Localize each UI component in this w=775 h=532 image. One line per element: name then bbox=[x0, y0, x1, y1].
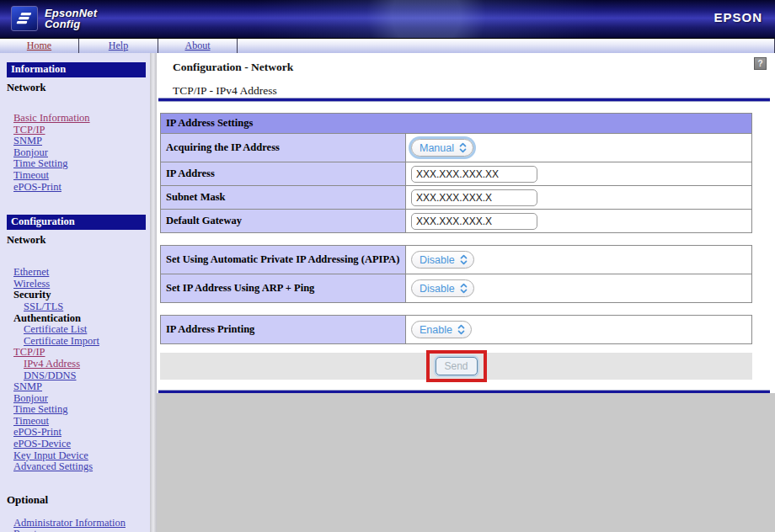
sidebar-item-advanced-settings[interactable]: Advanced Settings bbox=[13, 461, 93, 473]
send-button[interactable]: Send bbox=[436, 357, 478, 375]
row-value-set-ip-address-using-arp-ping: Disable bbox=[406, 274, 752, 303]
row-value-ip-address bbox=[406, 162, 752, 186]
row-value-ip-address-printing: Enable bbox=[406, 316, 752, 344]
form-row-set-ip-address-using-arp-ping: Set IP Address Using ARP + PingDisable bbox=[161, 274, 752, 303]
sidebar-item-administrator-information[interactable]: Administrator Information bbox=[13, 518, 126, 529]
sidebar-item-wireless[interactable]: Wireless bbox=[13, 279, 50, 290]
sidebar-subheader-information: Network bbox=[7, 82, 150, 94]
row-value-set-using-automatic-private-ip-addressin: Disable bbox=[406, 246, 752, 274]
epsonnet-config-page: EpsonNet Config EPSON HomeHelpAbout Info… bbox=[0, 0, 775, 532]
sidebar-item-tcp-ip[interactable]: TCP/IP bbox=[13, 347, 45, 359]
sidebar-item-key-input-device[interactable]: Key Input Device bbox=[13, 450, 88, 462]
group-header-row: IP Address Settings bbox=[161, 114, 752, 134]
form-row-default-gateway: Default Gateway bbox=[161, 210, 752, 233]
sidebar-list-optional: Administrator InformationResetPassword bbox=[0, 518, 150, 532]
sidebar-item-time-setting[interactable]: Time Setting bbox=[13, 158, 67, 170]
sidebar-item-epos-device[interactable]: ePOS-Device bbox=[13, 439, 71, 450]
sidebar-item-epos-print[interactable]: ePOS-Print bbox=[13, 182, 61, 194]
three-bars-icon bbox=[16, 11, 33, 26]
select-value-set-using-automatic-private-ip-addressin: Disable bbox=[420, 254, 455, 266]
tab-bar-filler bbox=[238, 39, 775, 53]
sidebar-item-basic-information[interactable]: Basic Information bbox=[13, 113, 90, 125]
tab-home[interactable]: Home bbox=[0, 39, 79, 53]
select-acquiring-the-ip-address[interactable]: Manual bbox=[411, 139, 473, 157]
sidebar-item-ethernet[interactable]: Ethernet bbox=[13, 267, 49, 279]
sidebar-item-timeout[interactable]: Timeout bbox=[13, 416, 49, 428]
logo-text: EpsonNet Config bbox=[45, 8, 97, 29]
row-label-ip-address-printing: IP Address Printing bbox=[161, 316, 406, 344]
sidebar-header-configuration: Configuration bbox=[7, 215, 146, 230]
sidebar-item-reset[interactable]: Reset bbox=[13, 529, 37, 532]
sidebar-item-timeout[interactable]: Timeout bbox=[13, 170, 49, 182]
group-header-label: IP Address Settings bbox=[161, 114, 752, 134]
sidebar-item-time-setting[interactable]: Time Setting bbox=[13, 404, 67, 416]
sidebar-item-ssl-tls[interactable]: SSL/TLS bbox=[24, 301, 63, 313]
sidebar-group-security: Security bbox=[13, 290, 150, 301]
sidebar-header-optional: Optional bbox=[7, 493, 150, 507]
row-value-acquiring-the-ip-address: Manual bbox=[406, 134, 752, 162]
form-table-2: Set Using Automatic Private IP Addressin… bbox=[160, 245, 752, 303]
sidebar-list-information: Basic InformationTCP/IPSNMPBonjourTime S… bbox=[0, 113, 150, 193]
bottom-gray-area bbox=[157, 393, 775, 532]
sidebar-item-epos-print[interactable]: ePOS-Print bbox=[13, 427, 61, 439]
row-label-subnet-mask: Subnet Mask bbox=[161, 186, 406, 210]
tab-bar: HomeHelpAbout bbox=[0, 39, 775, 54]
row-label-acquiring-the-ip-address: Acquiring the IP Address bbox=[161, 134, 406, 162]
sidebar-item-ipv4-address[interactable]: IPv4 Address bbox=[24, 359, 80, 370]
page-subtitle: TCP/IP - IPv4 Address bbox=[173, 84, 775, 98]
tab-link-about[interactable]: About bbox=[185, 40, 211, 52]
tab-about[interactable]: About bbox=[158, 39, 238, 53]
red-highlight-box: Send bbox=[426, 350, 487, 382]
sidebar-header-information: Information bbox=[7, 62, 146, 77]
epsonnet-logo-icon bbox=[11, 6, 38, 31]
form-row-ip-address: IP Address bbox=[161, 162, 752, 186]
row-label-set-ip-address-using-arp-ping: Set IP Address Using ARP + Ping bbox=[161, 274, 406, 303]
header-divider-rule bbox=[158, 98, 770, 102]
form-row-acquiring-the-ip-address: Acquiring the IP AddressManual bbox=[161, 134, 752, 162]
sidebar-list-configuration: EthernetWirelessSecuritySSL/TLSAuthentic… bbox=[0, 267, 150, 473]
select-chevrons-icon bbox=[457, 324, 465, 335]
sidebar-item-dns-ddns[interactable]: DNS/DDNS bbox=[24, 370, 77, 382]
input-ip-address[interactable] bbox=[411, 166, 537, 183]
sidebar-item-snmp[interactable]: SNMP bbox=[13, 381, 42, 393]
input-default-gateway[interactable] bbox=[411, 213, 537, 230]
select-set-ip-address-using-arp-ping[interactable]: Disable bbox=[411, 279, 474, 297]
row-value-default-gateway bbox=[406, 210, 752, 233]
row-label-default-gateway: Default Gateway bbox=[161, 210, 406, 233]
tab-link-help[interactable]: Help bbox=[109, 40, 128, 52]
select-ip-address-printing[interactable]: Enable bbox=[411, 321, 472, 338]
sidebar-item-certificate-list[interactable]: Certificate List bbox=[24, 324, 87, 336]
form-table-1: IP Address SettingsAcquiring the IP Addr… bbox=[160, 113, 752, 233]
select-value-acquiring-the-ip-address: Manual bbox=[420, 142, 454, 154]
select-value-set-ip-address-using-arp-ping: Disable bbox=[420, 283, 455, 295]
row-label-ip-address: IP Address bbox=[161, 162, 406, 186]
form-row-subnet-mask: Subnet Mask bbox=[161, 186, 752, 210]
form-table-3: IP Address PrintingEnable bbox=[160, 315, 752, 344]
form-content: IP Address SettingsAcquiring the IP Addr… bbox=[160, 113, 752, 356]
select-set-using-automatic-private-ip-addressin[interactable]: Disable bbox=[411, 251, 474, 269]
tab-link-home[interactable]: Home bbox=[27, 40, 51, 52]
sidebar-item-bonjour[interactable]: Bonjour bbox=[13, 147, 48, 159]
sidebar-section-information: InformationNetworkBasic InformationTCP/I… bbox=[0, 62, 150, 193]
select-chevrons-icon bbox=[460, 254, 468, 265]
page-title: Configuration - Network bbox=[173, 61, 775, 74]
select-chevrons-icon bbox=[459, 142, 467, 153]
frame-divider bbox=[150, 53, 157, 532]
sidebar-item-certificate-import[interactable]: Certificate Import bbox=[24, 336, 99, 348]
logo-line-2: Config bbox=[45, 19, 97, 29]
sidebar-section-optional: OptionalAdministrator InformationResetPa… bbox=[0, 493, 150, 532]
sidebar: InformationNetworkBasic InformationTCP/I… bbox=[0, 53, 150, 532]
help-icon[interactable]: ? bbox=[754, 57, 767, 70]
sidebar-subheader-configuration: Network bbox=[7, 234, 150, 247]
sidebar-item-snmp[interactable]: SNMP bbox=[13, 136, 42, 147]
tab-help[interactable]: Help bbox=[79, 39, 158, 53]
sidebar-item-tcp-ip[interactable]: TCP/IP bbox=[13, 125, 45, 136]
select-value-ip-address-printing: Enable bbox=[420, 324, 452, 336]
epson-brand-text: EPSON bbox=[714, 10, 762, 24]
main-frame: Configuration - Network TCP/IP - IPv4 Ad… bbox=[157, 53, 775, 532]
row-label-set-using-automatic-private-ip-addressin: Set Using Automatic Private IP Addressin… bbox=[161, 246, 406, 274]
send-bar: Send bbox=[160, 353, 752, 380]
sidebar-item-bonjour[interactable]: Bonjour bbox=[13, 393, 48, 405]
input-subnet-mask[interactable] bbox=[411, 189, 537, 206]
sidebar-group-authentication: Authentication bbox=[13, 313, 150, 325]
